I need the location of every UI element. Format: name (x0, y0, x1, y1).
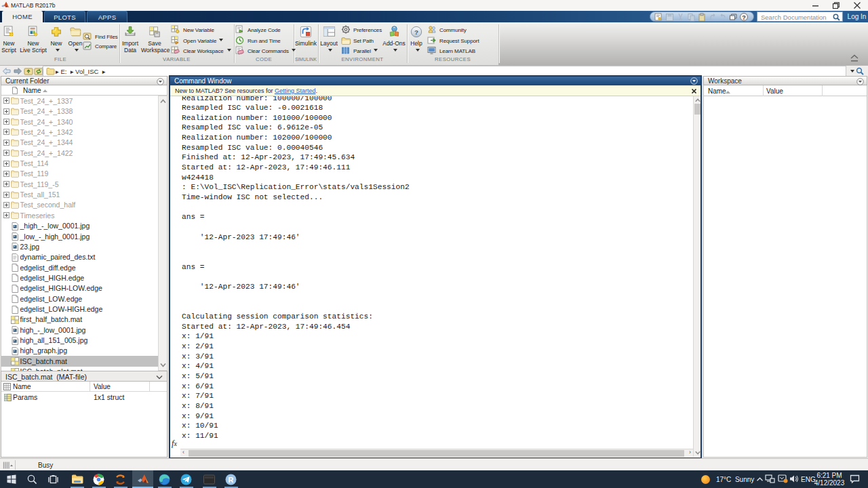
svg-text:?: ? (414, 28, 418, 36)
svg-text:R: R (229, 476, 234, 484)
